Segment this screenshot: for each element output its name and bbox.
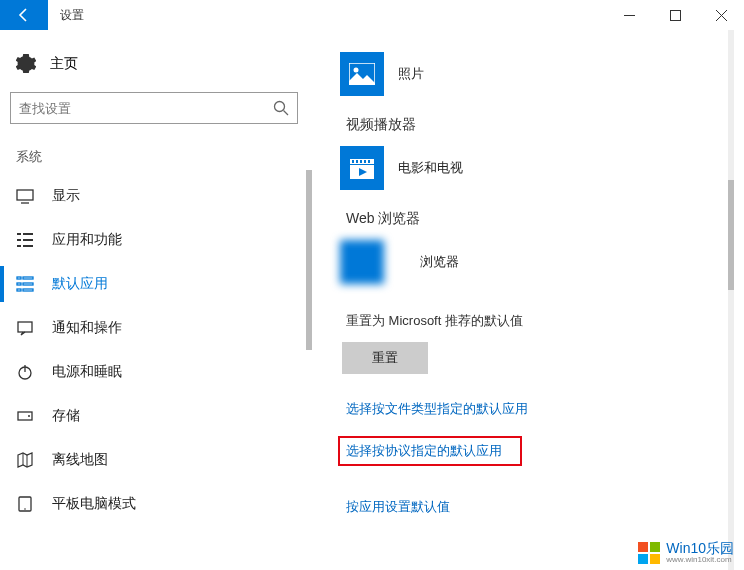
- svg-rect-17: [23, 283, 33, 285]
- photos-app-label: 照片: [398, 65, 424, 83]
- sidebar-item-label: 离线地图: [52, 451, 108, 469]
- sidebar-item-apps[interactable]: 应用和功能: [0, 218, 312, 262]
- back-button[interactable]: [0, 0, 48, 30]
- sidebar-item-label: 存储: [52, 407, 80, 425]
- default-apps-icon: [16, 275, 34, 293]
- watermark-url: www.win10xit.com: [666, 555, 734, 564]
- link-by-filetype[interactable]: 选择按文件类型指定的默认应用: [346, 400, 744, 418]
- sidebar-item-label: 电源和睡眠: [52, 363, 122, 381]
- category-label: 系统: [0, 142, 312, 174]
- svg-rect-18: [17, 289, 21, 291]
- sidebar-item-label: 默认应用: [52, 275, 108, 293]
- link-by-protocol[interactable]: 选择按协议指定的默认应用: [338, 436, 522, 466]
- photos-app-row[interactable]: 照片: [340, 52, 744, 96]
- sidebar-item-label: 平板电脑模式: [52, 495, 136, 513]
- svg-rect-1: [670, 10, 680, 20]
- sidebar-item-display[interactable]: 显示: [0, 174, 312, 218]
- svg-rect-12: [17, 245, 21, 247]
- sidebar-item-power[interactable]: 电源和睡眠: [0, 350, 312, 394]
- search-box[interactable]: [10, 92, 298, 124]
- svg-rect-11: [23, 239, 33, 241]
- svg-rect-15: [23, 277, 33, 279]
- svg-rect-8: [17, 233, 21, 235]
- watermark: Win10乐园 www.win10xit.com: [638, 541, 734, 564]
- svg-rect-9: [23, 233, 33, 235]
- home-link[interactable]: 主页: [0, 46, 312, 82]
- svg-point-28: [24, 508, 26, 510]
- svg-rect-13: [23, 245, 33, 247]
- video-section-title: 视频播放器: [346, 116, 744, 134]
- movies-tile-icon: [340, 146, 384, 190]
- sidebar-item-storage[interactable]: 存储: [0, 394, 312, 438]
- power-icon: [16, 363, 34, 381]
- svg-rect-14: [17, 277, 21, 279]
- sidebar-item-default-apps[interactable]: 默认应用: [0, 262, 312, 306]
- svg-rect-35: [364, 160, 366, 163]
- svg-rect-19: [23, 289, 33, 291]
- browser-tile-icon: [340, 240, 384, 284]
- photos-tile-icon: [340, 52, 384, 96]
- svg-rect-6: [17, 190, 33, 200]
- sidebar-item-label: 通知和操作: [52, 319, 122, 337]
- browser-section-title: Web 浏览器: [346, 210, 744, 228]
- svg-rect-10: [17, 239, 21, 241]
- watermark-logo-icon: [638, 542, 660, 564]
- gear-icon: [16, 54, 36, 74]
- search-input[interactable]: [19, 101, 273, 116]
- video-app-label: 电影和电视: [398, 159, 463, 177]
- notifications-icon: [16, 319, 34, 337]
- svg-line-5: [284, 111, 289, 116]
- map-icon: [16, 451, 34, 469]
- watermark-title: Win10乐园: [666, 541, 734, 555]
- svg-rect-36: [368, 160, 370, 163]
- sidebar: 主页 系统 显示 应用和功能 默认应用 通知和操作 电源和睡眠: [0, 30, 312, 570]
- svg-point-30: [354, 68, 359, 73]
- window-title: 设置: [48, 7, 84, 24]
- tablet-icon: [16, 495, 34, 513]
- apps-icon: [16, 231, 34, 249]
- svg-rect-20: [18, 322, 32, 332]
- main-scrollbar[interactable]: [724, 30, 738, 570]
- minimize-button[interactable]: [606, 0, 652, 30]
- sidebar-item-label: 显示: [52, 187, 80, 205]
- svg-point-4: [275, 102, 285, 112]
- sidebar-item-tablet[interactable]: 平板电脑模式: [0, 482, 312, 526]
- display-icon: [16, 187, 34, 205]
- svg-rect-16: [17, 283, 21, 285]
- search-icon: [273, 100, 289, 116]
- reset-button[interactable]: 重置: [342, 342, 428, 374]
- browser-app-row[interactable]: 浏览器: [340, 240, 744, 284]
- main-content: 照片 视频播放器 电影和电视 Web 浏览器 浏览器 重置为 Microsoft…: [312, 30, 744, 570]
- close-button[interactable]: [698, 0, 744, 30]
- sidebar-item-notifications[interactable]: 通知和操作: [0, 306, 312, 350]
- svg-rect-33: [356, 160, 358, 163]
- svg-rect-32: [352, 160, 354, 163]
- video-app-row[interactable]: 电影和电视: [340, 146, 744, 190]
- svg-rect-34: [360, 160, 362, 163]
- browser-app-label: 浏览器: [420, 253, 459, 271]
- link-by-app[interactable]: 按应用设置默认值: [346, 498, 744, 516]
- svg-point-24: [28, 415, 30, 417]
- sidebar-item-maps[interactable]: 离线地图: [0, 438, 312, 482]
- home-label: 主页: [50, 55, 78, 73]
- reset-description: 重置为 Microsoft 推荐的默认值: [346, 312, 744, 330]
- storage-icon: [16, 407, 34, 425]
- sidebar-item-label: 应用和功能: [52, 231, 122, 249]
- maximize-button[interactable]: [652, 0, 698, 30]
